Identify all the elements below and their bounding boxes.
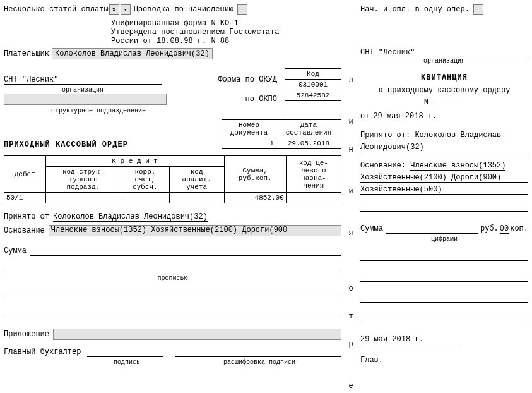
cell-debit[interactable]: 50/1 <box>4 193 46 203</box>
code-header: Код <box>285 69 341 80</box>
basis-label: Основание <box>4 226 45 235</box>
r-basis-2: Хозяйственные(2100) Дороги(900) <box>360 173 528 183</box>
sum-label: Сумма <box>4 246 27 255</box>
r-basis-3: Хозяйственные(500) <box>360 185 528 195</box>
sum-line3 <box>4 287 341 296</box>
single-op-label: Нач. и опл. в одну опер. <box>360 5 470 14</box>
th-target: код це-левогоназна-чения <box>286 156 341 193</box>
receipt-subtitle: к приходному кассовому ордеру <box>360 86 528 95</box>
r-chief-label: Глав. <box>360 356 528 365</box>
r-kop-label: коп. <box>510 224 528 233</box>
r-date-label: от <box>360 112 369 121</box>
okud-label: Форма по ОКУД <box>218 75 281 84</box>
r-basis-4 <box>360 202 528 212</box>
attachment-input[interactable] <box>53 329 341 340</box>
r-basis-label: Основание: <box>360 161 406 170</box>
received-from-label: Принято от <box>4 212 49 221</box>
decrypt-caption: расшифровка подписи <box>177 359 341 366</box>
multi-pay-dropdown[interactable]: ▾ <box>121 4 131 15</box>
multi-pay-value[interactable]: X <box>109 4 119 15</box>
signature-caption: подпись <box>89 359 165 366</box>
docnum-hdr: Номердокумента <box>222 120 276 138</box>
r-digits-caption: цифрами <box>360 236 528 243</box>
cut-line: л и н и я о т р е з а <box>348 4 354 393</box>
th-credit: К р е д и т <box>45 156 224 167</box>
chief-accountant-label: Главный бухгалтер <box>4 348 81 356</box>
r-words-line2 <box>360 272 528 282</box>
r-received-2: Леонидович(32) <box>360 143 528 152</box>
r-date-value: 29 мая 2018 г. <box>373 112 437 121</box>
th-corr: корр.счет,субсч. <box>121 167 169 193</box>
sum-words-caption: прописью <box>4 275 341 282</box>
docnum-table: Номердокумента Датасоставления 1 29.05.2… <box>222 119 341 149</box>
code-table: Код 0310001 52842582 <box>285 68 341 114</box>
receipt-num-label: N <box>424 98 429 107</box>
receipt-num-line <box>433 95 464 104</box>
r-received-label: Принято от: <box>360 131 410 140</box>
docdate-hdr: Датасоставления <box>276 120 341 138</box>
form-line-3: России от 18.08.98 г. N 88 <box>111 37 341 45</box>
r-basis-1: Членские взносы(1352) <box>410 161 505 171</box>
cell-corr[interactable]: - <box>121 193 169 203</box>
code-empty <box>285 101 341 114</box>
th-sum: Сумма,руб.коп. <box>224 156 286 193</box>
r-received-1: Колоколов Владислав <box>415 131 501 140</box>
r-date2: 29 мая 2018 г. <box>360 335 461 344</box>
sum-line2 <box>4 263 341 272</box>
doc-date: 29.05.2018 <box>276 138 341 149</box>
subdivision-input[interactable] <box>4 94 167 105</box>
r-rub-label: руб. <box>480 224 499 233</box>
attachment-label: Приложение <box>4 330 49 339</box>
posting-label: Проводка по начислению <box>134 5 233 14</box>
r-sum-label: Сумма <box>360 224 383 233</box>
okpo-value: 52842582 <box>285 90 341 101</box>
r-sum-line <box>386 224 478 234</box>
th-struct: код струк-турногоподразд. <box>45 167 121 193</box>
basis-input[interactable]: Членские взносы(1352) Хозяйственные(2100… <box>49 225 341 236</box>
document-title: ПРИХОДНЫЙ КАССОВЫЙ ОРДЕР <box>4 140 215 149</box>
r-words-line3 <box>360 293 528 303</box>
r-words-line4 <box>360 314 528 323</box>
cell-struct[interactable] <box>45 193 121 203</box>
cell-analyt[interactable] <box>169 193 224 203</box>
okud-value: 0310001 <box>285 80 341 90</box>
accounting-table: Дебет К р е д и т Сумма,руб.коп. код це-… <box>4 155 341 203</box>
payer-label: Плательщик <box>4 49 49 58</box>
multi-pay-label: Несколько статей оплаты <box>4 5 109 14</box>
receipt-title: КВИТАНЦИЯ <box>360 73 528 82</box>
received-from-value: Колоколов Владислав Леонидович(32) <box>53 212 208 222</box>
sum-line4 <box>4 308 341 317</box>
cell-sum[interactable]: 4852.00 <box>224 193 286 203</box>
subdivision-caption: структурное подразделение <box>4 107 193 114</box>
r-kop-amount: 00 <box>500 224 509 234</box>
cell-target[interactable]: - <box>286 193 341 203</box>
org-name: СНТ "Лесник" <box>4 75 162 85</box>
r-words-line1 <box>360 251 528 261</box>
single-op-checkbox[interactable] <box>473 4 483 15</box>
r-org-name: СНТ "Лесник" <box>360 48 528 57</box>
sum-line1 <box>30 246 341 256</box>
th-debit: Дебет <box>4 156 46 193</box>
decrypt-line <box>175 348 341 357</box>
okpo-label: по ОКПО <box>245 95 281 104</box>
form-line-2: Утверждена постановлением Госкомстата <box>111 28 341 37</box>
posting-checkbox[interactable] <box>237 4 247 15</box>
org-caption: организация <box>4 87 162 94</box>
form-line-1: Унифицированная форма N КО-1 <box>111 19 341 28</box>
signature-line <box>87 348 163 357</box>
payer-value[interactable]: Колоколов Владислав Леонидович(32) <box>52 48 213 59</box>
r-org-caption: организация <box>360 57 528 64</box>
th-analyt: коданалит.учета <box>169 167 224 193</box>
doc-number: 1 <box>222 138 276 149</box>
